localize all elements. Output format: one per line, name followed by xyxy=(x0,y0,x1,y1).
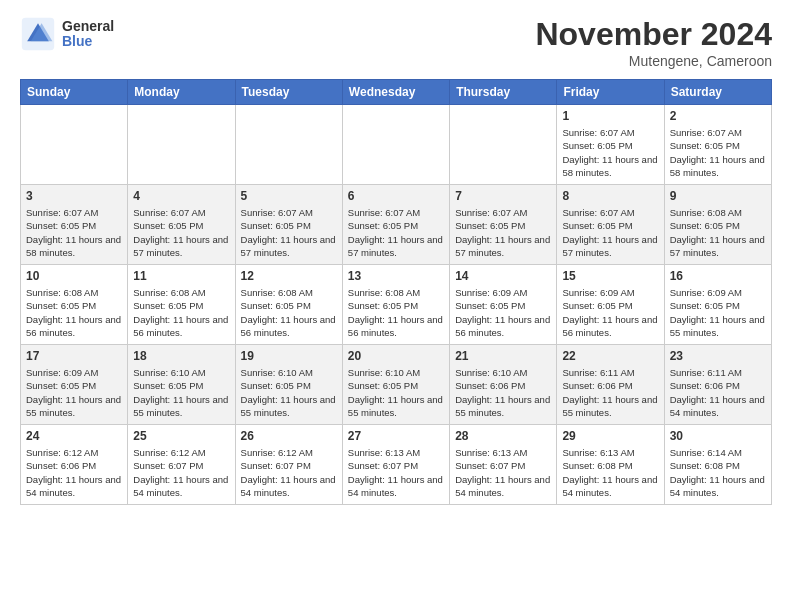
day-number: 5 xyxy=(241,189,337,203)
day-info: Sunrise: 6:10 AMSunset: 6:05 PMDaylight:… xyxy=(241,366,337,419)
table-row: 19Sunrise: 6:10 AMSunset: 6:05 PMDayligh… xyxy=(235,345,342,425)
day-number: 24 xyxy=(26,429,122,443)
day-info: Sunrise: 6:13 AMSunset: 6:07 PMDaylight:… xyxy=(455,446,551,499)
page-header: General Blue November 2024 Mutengene, Ca… xyxy=(20,16,772,69)
logo: General Blue xyxy=(20,16,114,52)
table-row: 20Sunrise: 6:10 AMSunset: 6:05 PMDayligh… xyxy=(342,345,449,425)
table-row: 6Sunrise: 6:07 AMSunset: 6:05 PMDaylight… xyxy=(342,185,449,265)
table-row: 27Sunrise: 6:13 AMSunset: 6:07 PMDayligh… xyxy=(342,425,449,505)
day-info: Sunrise: 6:07 AMSunset: 6:05 PMDaylight:… xyxy=(26,206,122,259)
table-row: 8Sunrise: 6:07 AMSunset: 6:05 PMDaylight… xyxy=(557,185,664,265)
table-row: 5Sunrise: 6:07 AMSunset: 6:05 PMDaylight… xyxy=(235,185,342,265)
day-number: 25 xyxy=(133,429,229,443)
day-number: 10 xyxy=(26,269,122,283)
table-row xyxy=(128,105,235,185)
day-info: Sunrise: 6:08 AMSunset: 6:05 PMDaylight:… xyxy=(133,286,229,339)
table-row: 26Sunrise: 6:12 AMSunset: 6:07 PMDayligh… xyxy=(235,425,342,505)
title-section: November 2024 Mutengene, Cameroon xyxy=(535,16,772,69)
day-info: Sunrise: 6:13 AMSunset: 6:08 PMDaylight:… xyxy=(562,446,658,499)
table-row: 17Sunrise: 6:09 AMSunset: 6:05 PMDayligh… xyxy=(21,345,128,425)
day-info: Sunrise: 6:12 AMSunset: 6:06 PMDaylight:… xyxy=(26,446,122,499)
table-row: 28Sunrise: 6:13 AMSunset: 6:07 PMDayligh… xyxy=(450,425,557,505)
day-info: Sunrise: 6:10 AMSunset: 6:06 PMDaylight:… xyxy=(455,366,551,419)
day-number: 9 xyxy=(670,189,766,203)
day-number: 1 xyxy=(562,109,658,123)
day-number: 4 xyxy=(133,189,229,203)
day-number: 22 xyxy=(562,349,658,363)
day-info: Sunrise: 6:10 AMSunset: 6:05 PMDaylight:… xyxy=(133,366,229,419)
day-info: Sunrise: 6:09 AMSunset: 6:05 PMDaylight:… xyxy=(562,286,658,339)
table-row: 23Sunrise: 6:11 AMSunset: 6:06 PMDayligh… xyxy=(664,345,771,425)
calendar-header: Sunday Monday Tuesday Wednesday Thursday… xyxy=(21,80,772,105)
logo-general: General xyxy=(62,19,114,34)
day-number: 3 xyxy=(26,189,122,203)
day-info: Sunrise: 6:09 AMSunset: 6:05 PMDaylight:… xyxy=(455,286,551,339)
day-info: Sunrise: 6:10 AMSunset: 6:05 PMDaylight:… xyxy=(348,366,444,419)
day-number: 21 xyxy=(455,349,551,363)
table-row: 21Sunrise: 6:10 AMSunset: 6:06 PMDayligh… xyxy=(450,345,557,425)
table-row: 1Sunrise: 6:07 AMSunset: 6:05 PMDaylight… xyxy=(557,105,664,185)
day-info: Sunrise: 6:14 AMSunset: 6:08 PMDaylight:… xyxy=(670,446,766,499)
table-row: 4Sunrise: 6:07 AMSunset: 6:05 PMDaylight… xyxy=(128,185,235,265)
logo-icon xyxy=(20,16,56,52)
day-number: 26 xyxy=(241,429,337,443)
day-info: Sunrise: 6:07 AMSunset: 6:05 PMDaylight:… xyxy=(562,126,658,179)
table-row xyxy=(235,105,342,185)
day-number: 15 xyxy=(562,269,658,283)
day-info: Sunrise: 6:13 AMSunset: 6:07 PMDaylight:… xyxy=(348,446,444,499)
day-number: 12 xyxy=(241,269,337,283)
day-info: Sunrise: 6:08 AMSunset: 6:05 PMDaylight:… xyxy=(670,206,766,259)
day-number: 28 xyxy=(455,429,551,443)
table-row: 29Sunrise: 6:13 AMSunset: 6:08 PMDayligh… xyxy=(557,425,664,505)
calendar-body: 1Sunrise: 6:07 AMSunset: 6:05 PMDaylight… xyxy=(21,105,772,505)
location: Mutengene, Cameroon xyxy=(535,53,772,69)
day-number: 7 xyxy=(455,189,551,203)
day-number: 23 xyxy=(670,349,766,363)
day-info: Sunrise: 6:12 AMSunset: 6:07 PMDaylight:… xyxy=(133,446,229,499)
table-row: 24Sunrise: 6:12 AMSunset: 6:06 PMDayligh… xyxy=(21,425,128,505)
day-info: Sunrise: 6:09 AMSunset: 6:05 PMDaylight:… xyxy=(26,366,122,419)
table-row xyxy=(21,105,128,185)
table-row: 15Sunrise: 6:09 AMSunset: 6:05 PMDayligh… xyxy=(557,265,664,345)
calendar-table: Sunday Monday Tuesday Wednesday Thursday… xyxy=(20,79,772,505)
table-row: 22Sunrise: 6:11 AMSunset: 6:06 PMDayligh… xyxy=(557,345,664,425)
table-row xyxy=(450,105,557,185)
day-number: 30 xyxy=(670,429,766,443)
day-number: 11 xyxy=(133,269,229,283)
table-row: 18Sunrise: 6:10 AMSunset: 6:05 PMDayligh… xyxy=(128,345,235,425)
day-number: 18 xyxy=(133,349,229,363)
logo-text: General Blue xyxy=(62,19,114,50)
day-number: 27 xyxy=(348,429,444,443)
day-info: Sunrise: 6:11 AMSunset: 6:06 PMDaylight:… xyxy=(562,366,658,419)
day-number: 6 xyxy=(348,189,444,203)
day-info: Sunrise: 6:07 AMSunset: 6:05 PMDaylight:… xyxy=(348,206,444,259)
table-row xyxy=(342,105,449,185)
day-number: 16 xyxy=(670,269,766,283)
day-info: Sunrise: 6:07 AMSunset: 6:05 PMDaylight:… xyxy=(455,206,551,259)
header-saturday: Saturday xyxy=(664,80,771,105)
header-thursday: Thursday xyxy=(450,80,557,105)
header-sunday: Sunday xyxy=(21,80,128,105)
day-info: Sunrise: 6:08 AMSunset: 6:05 PMDaylight:… xyxy=(348,286,444,339)
table-row: 14Sunrise: 6:09 AMSunset: 6:05 PMDayligh… xyxy=(450,265,557,345)
day-info: Sunrise: 6:08 AMSunset: 6:05 PMDaylight:… xyxy=(26,286,122,339)
header-monday: Monday xyxy=(128,80,235,105)
day-info: Sunrise: 6:12 AMSunset: 6:07 PMDaylight:… xyxy=(241,446,337,499)
table-row: 30Sunrise: 6:14 AMSunset: 6:08 PMDayligh… xyxy=(664,425,771,505)
day-number: 20 xyxy=(348,349,444,363)
table-row: 11Sunrise: 6:08 AMSunset: 6:05 PMDayligh… xyxy=(128,265,235,345)
day-number: 19 xyxy=(241,349,337,363)
day-info: Sunrise: 6:11 AMSunset: 6:06 PMDaylight:… xyxy=(670,366,766,419)
day-info: Sunrise: 6:07 AMSunset: 6:05 PMDaylight:… xyxy=(562,206,658,259)
table-row: 7Sunrise: 6:07 AMSunset: 6:05 PMDaylight… xyxy=(450,185,557,265)
table-row: 9Sunrise: 6:08 AMSunset: 6:05 PMDaylight… xyxy=(664,185,771,265)
month-title: November 2024 xyxy=(535,16,772,53)
day-info: Sunrise: 6:07 AMSunset: 6:05 PMDaylight:… xyxy=(241,206,337,259)
table-row: 2Sunrise: 6:07 AMSunset: 6:05 PMDaylight… xyxy=(664,105,771,185)
table-row: 16Sunrise: 6:09 AMSunset: 6:05 PMDayligh… xyxy=(664,265,771,345)
table-row: 3Sunrise: 6:07 AMSunset: 6:05 PMDaylight… xyxy=(21,185,128,265)
logo-blue: Blue xyxy=(62,34,114,49)
header-wednesday: Wednesday xyxy=(342,80,449,105)
header-tuesday: Tuesday xyxy=(235,80,342,105)
table-row: 13Sunrise: 6:08 AMSunset: 6:05 PMDayligh… xyxy=(342,265,449,345)
